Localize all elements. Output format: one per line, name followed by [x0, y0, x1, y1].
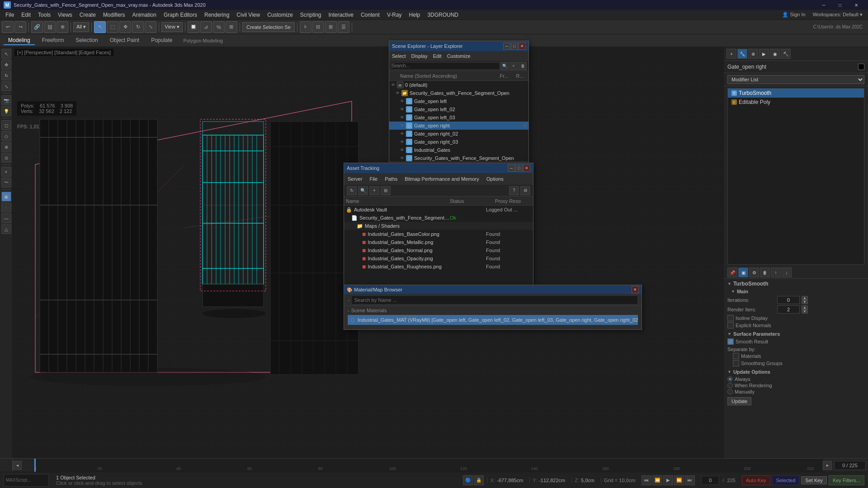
modifier-turbosmooth[interactable]: T TurboSmooth	[728, 89, 864, 98]
snap-magnet-btn[interactable]: 🔵	[463, 475, 473, 485]
timeline-track[interactable]: 0 20 40 60 80 100 120 140 160 180 200 22…	[34, 459, 823, 472]
at-row-vault[interactable]: 🔒 Autodesk Vault Logged Out ...	[344, 206, 533, 214]
menu-vray[interactable]: V-Ray	[383, 10, 406, 20]
menu-modifiers[interactable]: Modifiers	[99, 10, 129, 20]
scale-button[interactable]: ⤡	[145, 21, 156, 33]
select-button[interactable]: ↖	[94, 21, 106, 33]
at-menu-server[interactable]: Server	[344, 173, 366, 185]
material-browser-search-input[interactable]	[351, 296, 638, 305]
mod-down-btn[interactable]: ↓	[782, 267, 792, 277]
when-rendering-radio[interactable]	[727, 383, 733, 388]
se-search-input[interactable]	[391, 62, 500, 70]
create-selection-button[interactable]: Create Selection Se	[242, 22, 295, 32]
explicit-normals-checkbox[interactable]	[727, 322, 734, 328]
left-light-btn[interactable]: 💡	[1, 106, 11, 116]
se-menu-edit[interactable]: Edit	[430, 51, 444, 61]
left-particle-btn[interactable]: ⊙	[1, 153, 11, 163]
iterations-up[interactable]: ▲	[802, 296, 808, 300]
asset-tracking-titlebar[interactable]: Asset Tracking ─ □ ✕	[344, 163, 533, 173]
always-radio[interactable]	[727, 376, 733, 382]
maximize-button[interactable]: □	[832, 0, 848, 10]
menu-3dground[interactable]: 3DGROUND	[424, 10, 462, 20]
se-delete-btn[interactable]: 🗑	[519, 62, 527, 70]
pb-go-start-btn[interactable]: ⏮	[642, 475, 651, 485]
autokey-button[interactable]: Auto Key	[742, 475, 770, 485]
se-item-gate-open-right[interactable]: 👁 ◻ Gate_open right ⚙	[389, 122, 528, 130]
se-menu-select[interactable]: Select	[389, 51, 409, 61]
view-dropdown[interactable]: View ▾	[161, 22, 183, 32]
smoothing-groups-checkbox[interactable]	[733, 360, 739, 366]
left-spline-btn[interactable]: 〜	[1, 178, 11, 188]
at-close-btn[interactable]: ✕	[523, 164, 530, 172]
link-button[interactable]: 🔗	[31, 21, 43, 33]
se-item-industrial-gates[interactable]: 👁 ◻ Industrial_Gates	[389, 146, 528, 154]
at-refresh-btn[interactable]: ↻	[347, 186, 357, 195]
se-minimize-btn[interactable]: ─	[503, 42, 510, 50]
layer-manager[interactable]: ☰	[338, 21, 349, 33]
percent-snap[interactable]: %	[213, 21, 225, 33]
modifier-list-dropdown[interactable]: Modifier List	[727, 75, 864, 84]
spinner-snap[interactable]: ⊞	[226, 21, 237, 33]
pb-next-frame-btn[interactable]: ⏩	[674, 475, 684, 485]
se-maximize-btn[interactable]: □	[511, 42, 518, 50]
se-close-btn[interactable]: ✕	[519, 42, 526, 50]
scene-explorer-titlebar[interactable]: Scene Explorer - Layer Explorer ─ □ ✕	[389, 41, 528, 51]
at-row-basecolor[interactable]: ■ Industrial_Gates_BaseColor.png Found	[344, 230, 533, 238]
bind-button[interactable]: ⊕	[57, 21, 68, 33]
frame-number-input[interactable]	[834, 461, 866, 470]
rp-modify-btn[interactable]: 🔧	[737, 49, 747, 59]
material-browser-titlebar[interactable]: 🎨 Material/Map Browser ✕	[344, 285, 642, 294]
mat-row-industrial[interactable]: ⬡ Industrial_Gates_MAT (VRayMtl) [Gate_o…	[348, 315, 638, 325]
se-item-gate-open-left-03[interactable]: 👁 ◻ Gate_open left_03	[389, 113, 528, 122]
align-view-button[interactable]: ⊞	[325, 21, 337, 33]
pb-go-end-btn[interactable]: ⏭	[685, 475, 695, 485]
object-color-swatch[interactable]	[858, 64, 864, 70]
snap-toggle[interactable]: 🔲	[188, 21, 199, 33]
at-grid-btn[interactable]: ⊞	[381, 186, 391, 195]
se-filter-btn[interactable]: 🔍	[500, 62, 509, 70]
at-row-maps-group[interactable]: 📁 Maps / Shaders	[344, 222, 533, 230]
render-iters-down[interactable]: ▼	[802, 310, 808, 314]
key-filters-button[interactable]: Key Filters...	[829, 475, 864, 485]
left-select-btn[interactable]: ↖	[1, 49, 11, 59]
undo-button[interactable]: ↩	[2, 21, 14, 33]
at-menu-options[interactable]: Options	[483, 173, 507, 185]
modifier-editable-poly[interactable]: E Editable Poly	[728, 98, 864, 107]
at-menu-paths[interactable]: Paths	[381, 173, 401, 185]
menu-customize[interactable]: Customize	[264, 10, 297, 20]
pb-prev-frame-btn[interactable]: ⏪	[652, 475, 662, 485]
menu-civil-view[interactable]: Civil View	[233, 10, 264, 20]
tab-modeling[interactable]: Modeling	[4, 36, 35, 45]
menu-edit[interactable]: Edit	[18, 10, 34, 20]
select-move-button[interactable]: ✥	[119, 21, 131, 33]
at-row-maxfile[interactable]: 📄 Security_Gates_with_Fence_Segment_Open…	[344, 214, 533, 222]
menu-rendering[interactable]: Rendering	[201, 10, 233, 20]
at-help-btn[interactable]: ?	[509, 186, 519, 195]
tab-object-paint[interactable]: Object Paint	[105, 36, 144, 45]
left-face-btn[interactable]: △	[1, 224, 11, 234]
render-iters-input[interactable]	[777, 305, 800, 314]
sign-in-button[interactable]: 👤 Sign In	[778, 10, 809, 20]
left-move-btn[interactable]: ✥	[1, 60, 11, 70]
at-row-normal[interactable]: ■ Industrial_Gates_Normal.png Found	[344, 246, 533, 254]
mb-close-btn[interactable]: ✕	[632, 286, 639, 293]
at-row-opacity[interactable]: ■ Industrial_Gates_Opacity.png Found	[344, 254, 533, 263]
rp-create-btn[interactable]: +	[726, 49, 736, 59]
update-button[interactable]: Update	[727, 397, 751, 405]
left-scale-btn[interactable]: ⤡	[1, 81, 11, 91]
at-menu-bitmap[interactable]: Bitmap Performance and Memory	[401, 173, 482, 185]
tab-populate[interactable]: Populate	[146, 36, 177, 45]
se-item-gate-open-right-03[interactable]: 👁 ◻ Gate_open right_03	[389, 138, 528, 146]
left-camera-btn[interactable]: 📷	[1, 95, 11, 105]
mirror-button[interactable]: ⊧	[300, 21, 311, 33]
timeline-back-btn[interactable]: ◂	[13, 461, 22, 470]
left-vertex-btn[interactable]: ·	[1, 202, 11, 212]
left-helper-btn[interactable]: +	[1, 167, 11, 177]
menu-views[interactable]: Views	[54, 10, 76, 20]
at-minimize-btn[interactable]: ─	[508, 164, 515, 172]
set-key-button[interactable]: Set Key	[801, 476, 827, 484]
maxscript-mini[interactable]: MAXScript...	[4, 474, 49, 487]
iterations-input[interactable]	[777, 296, 800, 304]
close-button[interactable]: ✕	[848, 0, 864, 10]
tab-selection[interactable]: Selection	[71, 36, 102, 45]
